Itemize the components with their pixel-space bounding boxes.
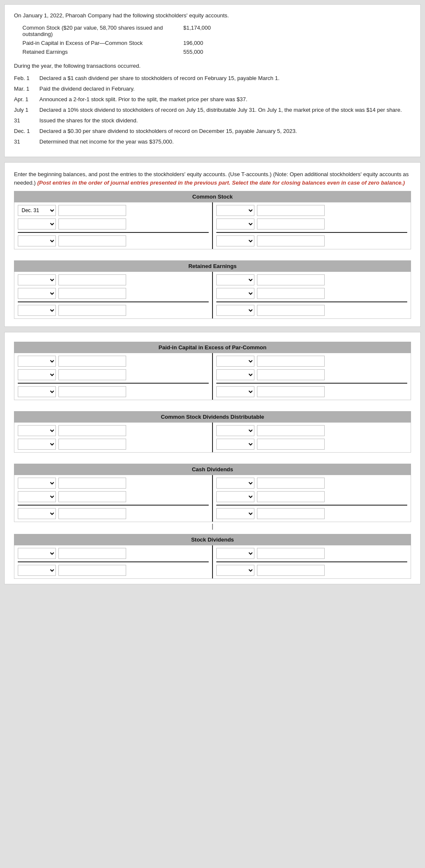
csdd-left-row-2: July 1 July 31 Dec. 31 [18, 439, 209, 450]
cash-dividends-header: Cash Dividends [14, 464, 411, 475]
common-stock-left-input-1[interactable] [58, 205, 126, 216]
re-left-input-3[interactable] [58, 305, 126, 316]
cd-left-select-2[interactable]: Feb. 1 Dec. 1 Dec. 31 [18, 491, 56, 502]
pic-left-row-3: Jan. 1 Apr. 1 July 1 Dec. 31 [18, 386, 209, 397]
equity-label-3: Retained Earnings [22, 49, 183, 55]
tx-desc-1: Paid the dividend declared in February. [39, 86, 411, 92]
sd-left-select-2[interactable]: July 1 Dec. 31 [18, 565, 56, 576]
csdd-right-input-2[interactable] [257, 439, 325, 450]
pic-right-row-1: Jan. 1 Apr. 1 July 1 Dec. 31 [216, 356, 407, 367]
common-stock-right-input-1[interactable] [257, 205, 325, 216]
cd-right: Feb. 1 Dec. 1 Dec. 31 Feb. 1 Dec. 1 Dec.… [213, 475, 411, 522]
pic-right: Jan. 1 Apr. 1 July 1 Dec. 31 Jan. 1 Apr.… [213, 353, 411, 400]
sd-left-input-1[interactable] [58, 548, 126, 559]
re-right-select-3[interactable]: Jan. 1 Dec. 31 [216, 305, 254, 316]
re-right-input-3[interactable] [257, 305, 325, 316]
pic-left-select-3[interactable]: Jan. 1 Apr. 1 July 1 Dec. 31 [18, 386, 56, 397]
equity-label-2: Paid-in Capital in Excess of Par—Common … [22, 40, 183, 46]
re-left-select-2[interactable]: Jan. 1 Feb. 1 Dec. 31 [18, 288, 56, 299]
pic-left-select-2[interactable]: Jan. 1 Apr. 1 July 1 Dec. 31 [18, 369, 56, 380]
csdd-right-select-2[interactable]: July 1 July 31 Dec. 31 [216, 439, 254, 450]
re-left-select-3[interactable]: Jan. 1 Feb. 1 Dec. 31 [18, 305, 56, 316]
sd-left-input-2[interactable] [58, 565, 126, 576]
common-stock-left-select-1[interactable]: Dec. 31 -- Jan. 1 Feb. 1 Mar. 1 Apr. 1 J… [18, 205, 56, 216]
sd-right-input-1[interactable] [257, 548, 325, 559]
cd-left-input-1[interactable] [58, 478, 126, 489]
common-stock-right-select-1[interactable]: Jan. 1 Feb. 1 Mar. 1 Apr. 1 July 1 July … [216, 205, 254, 216]
retained-earnings-right: Jan. 1 Dec. 31 Jan. 1 Dec. 31 [213, 272, 411, 318]
re-right-input-1[interactable] [257, 274, 325, 285]
tx-row-2: Apr. 1 Announced a 2-for-1 stock split. … [14, 96, 411, 102]
pic-right-input-3[interactable] [257, 386, 325, 397]
csdd-left-select-2[interactable]: July 1 July 31 Dec. 31 [18, 439, 56, 450]
csdd-left-input-1[interactable] [58, 425, 126, 436]
transactions-title: During the year, the following transacti… [14, 63, 411, 69]
tx-desc-3: Declared a 10% stock dividend to stockho… [39, 107, 411, 113]
csdd-body: July 1 July 31 Dec. 31 July 1 July 31 De… [14, 423, 411, 453]
common-stock-right-row-2: Jan. 1 Apr. 1 July 1 Dec. 31 [216, 218, 407, 229]
sd-right-input-2[interactable] [257, 565, 325, 576]
common-stock-right-input-3[interactable] [257, 235, 325, 246]
transactions-list: Feb. 1 Declared a $1 cash dividend per s… [14, 75, 411, 145]
cd-left-select-1[interactable]: Feb. 1 Dec. 1 Dec. 31 [18, 478, 56, 489]
retained-earnings-t-account: Retained Earnings Jan. 1 Feb. 1 Dec. 31 [14, 260, 411, 319]
common-stock-left-select-2[interactable]: Jan. 1 Feb. 1 Mar. 1 Apr. 1 July 1 July … [18, 218, 56, 229]
cd-right-input-2[interactable] [257, 491, 325, 502]
cash-dividends-t-account: Cash Dividends Feb. 1 Dec. 1 Dec. 31 [14, 464, 411, 522]
pic-right-select-2[interactable]: Jan. 1 Apr. 1 July 1 Dec. 31 [216, 369, 254, 380]
pic-left-input-2[interactable] [58, 369, 126, 380]
stock-dividends-t-account: Stock Dividends July 1 Dec. 31 [14, 534, 411, 579]
re-right-input-2[interactable] [257, 288, 325, 299]
tx-date-2: Apr. 1 [14, 96, 39, 102]
tx-date-5: Dec. 1 [14, 128, 39, 134]
sd-right: July 1 Dec. 31 July 1 Dec. 31 [213, 545, 411, 578]
sd-right-select-1[interactable]: July 1 Dec. 31 [216, 548, 254, 559]
cd-left-select-3[interactable]: Feb. 1 Dec. 1 Dec. 31 [18, 508, 56, 519]
tx-row-6: 31 Determined that net income for the ye… [14, 138, 411, 145]
retained-earnings-header: Retained Earnings [14, 260, 411, 272]
tx-row-0: Feb. 1 Declared a $1 cash dividend per s… [14, 75, 411, 81]
common-stock-right-input-2[interactable] [257, 218, 325, 229]
retained-earnings-left: Jan. 1 Feb. 1 Dec. 31 Jan. 1 Feb. 1 Dec.… [14, 272, 213, 318]
pic-right-input-2[interactable] [257, 369, 325, 380]
pic-right-input-1[interactable] [257, 356, 325, 367]
common-stock-left-select-3[interactable]: Jan. 1 Feb. 1 Mar. 1 Apr. 1 July 1 July … [18, 235, 56, 246]
common-stock-left-input-2[interactable] [58, 218, 126, 229]
tx-row-5: Dec. 1 Declared a $0.30 per share divide… [14, 128, 411, 134]
cd-right-select-1[interactable]: Feb. 1 Dec. 1 Dec. 31 [216, 478, 254, 489]
re-right-select-2[interactable]: Jan. 1 Dec. 31 [216, 288, 254, 299]
cd-right-select-2[interactable]: Feb. 1 Dec. 1 Dec. 31 [216, 491, 254, 502]
pic-left-select-1[interactable]: Jan. 1 Apr. 1 July 1 Dec. 31 [18, 356, 56, 367]
sd-left-select-1[interactable]: July 1 Dec. 31 [18, 548, 56, 559]
csdd-left-input-2[interactable] [58, 439, 126, 450]
pic-left-input-1[interactable] [58, 356, 126, 367]
cd-left-input-2[interactable] [58, 491, 126, 502]
tx-row-1: Mar. 1 Paid the dividend declared in Feb… [14, 86, 411, 92]
tx-date-1: Mar. 1 [14, 86, 39, 92]
cd-left-input-3[interactable] [58, 508, 126, 519]
csdd-right-row-2: July 1 July 31 Dec. 31 [216, 439, 407, 450]
re-left-row-3: Jan. 1 Feb. 1 Dec. 31 [18, 305, 209, 316]
pic-left-input-3[interactable] [58, 386, 126, 397]
cash-dividends-body: Feb. 1 Dec. 1 Dec. 31 Feb. 1 Dec. 1 Dec.… [14, 475, 411, 522]
stock-dividends-header: Stock Dividends [14, 534, 411, 545]
common-stock-right-select-2[interactable]: Jan. 1 Apr. 1 July 1 Dec. 31 [216, 218, 254, 229]
csdd-right-input-1[interactable] [257, 425, 325, 436]
common-stock-left-input-3[interactable] [58, 235, 126, 246]
cd-right-select-3[interactable]: Feb. 1 Dec. 1 Dec. 31 [216, 508, 254, 519]
pic-right-select-3[interactable]: Jan. 1 Apr. 1 July 1 Dec. 31 [216, 386, 254, 397]
common-stock-right-select-3[interactable]: Jan. 1 Apr. 1 July 1 Dec. 31 [216, 235, 254, 246]
cd-right-input-3[interactable] [257, 508, 325, 519]
re-right-select-1[interactable]: Jan. 1 Dec. 31 [216, 274, 254, 285]
cd-right-input-1[interactable] [257, 478, 325, 489]
csdd-right-select-1[interactable]: July 1 July 31 Dec. 31 [216, 425, 254, 436]
tx-date-0: Feb. 1 [14, 75, 39, 81]
csdd-left-select-1[interactable]: July 1 July 31 Dec. 31 [18, 425, 56, 436]
pic-right-select-1[interactable]: Jan. 1 Apr. 1 July 1 Dec. 31 [216, 356, 254, 367]
instruction-card: Enter the beginning balances, and post t… [4, 162, 421, 327]
re-left-input-2[interactable] [58, 288, 126, 299]
sd-right-select-2[interactable]: July 1 Dec. 31 [216, 565, 254, 576]
re-left-select-1[interactable]: Jan. 1 Feb. 1 Dec. 31 [18, 274, 56, 285]
paid-in-capital-body: Jan. 1 Apr. 1 July 1 Dec. 31 Jan. 1 Apr.… [14, 353, 411, 400]
re-left-input-1[interactable] [58, 274, 126, 285]
